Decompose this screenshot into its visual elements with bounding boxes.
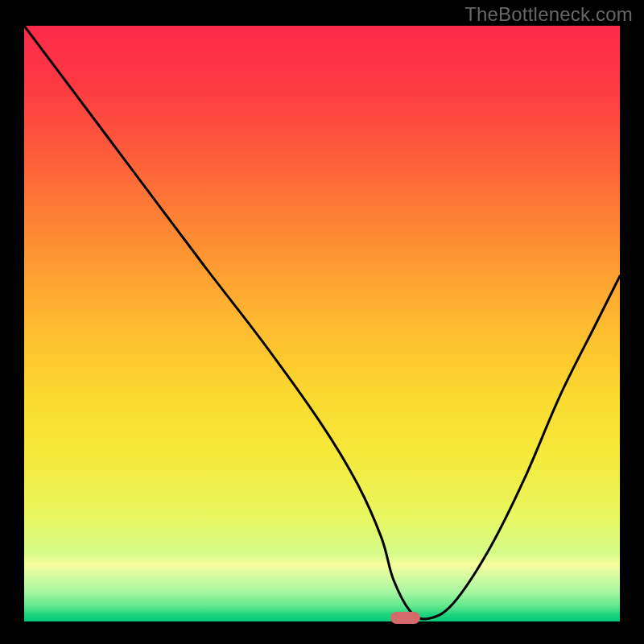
chart-frame: TheBottleneck.com [0, 0, 644, 644]
watermark-label: TheBottleneck.com [464, 3, 633, 26]
bottleneck-curve [24, 26, 620, 621]
plot-area [24, 26, 620, 621]
optimal-marker [390, 612, 420, 624]
